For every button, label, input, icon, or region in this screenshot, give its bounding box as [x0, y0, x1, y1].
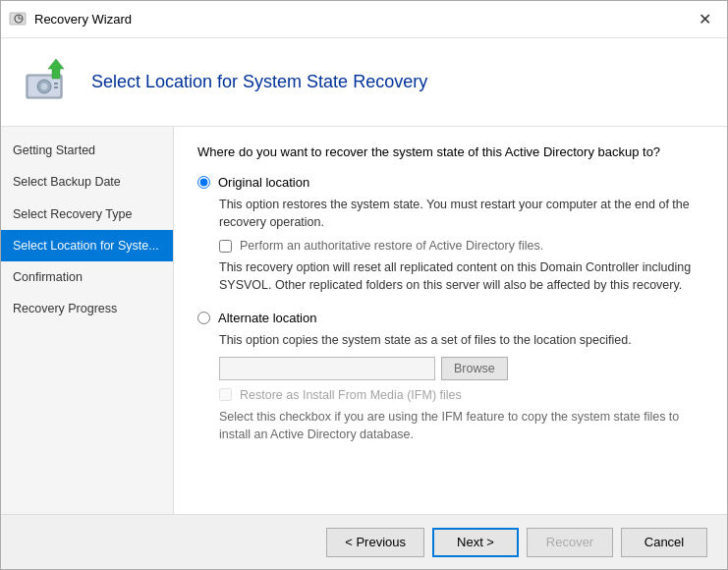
alternate-location-radio-label[interactable]: Alternate location — [197, 311, 703, 325]
sidebar: Getting Started Select Backup Date Selec… — [1, 127, 174, 514]
sidebar-item-getting-started[interactable]: Getting Started — [1, 135, 173, 166]
authoritative-restore-checkbox[interactable] — [219, 240, 232, 253]
sidebar-item-select-backup-date[interactable]: Select Backup Date — [1, 166, 173, 198]
header-icon — [21, 53, 76, 111]
main-panel: Where do you want to recover the system … — [174, 127, 727, 514]
alternate-location-desc: This option copies the system state as a… — [219, 331, 703, 349]
header-area: Select Location for System State Recover… — [1, 38, 727, 127]
original-location-desc: This option restores the system state. Y… — [219, 196, 703, 231]
authoritative-restore-label: Perform an authoritative restore of Acti… — [240, 239, 543, 253]
content-area: Getting Started Select Backup Date Selec… — [1, 127, 727, 514]
window-icon — [9, 10, 28, 29]
close-button[interactable]: ✕ — [690, 5, 719, 34]
sidebar-item-select-recovery-type[interactable]: Select Recovery Type — [1, 199, 173, 230]
recovery-wizard-window: Recovery Wizard ✕ Select Location for Sy… — [0, 0, 728, 570]
svg-point-5 — [41, 84, 48, 90]
ifm-checkbox[interactable] — [219, 388, 232, 401]
header-title: Select Location for System State Recover… — [91, 72, 427, 92]
svg-rect-6 — [54, 83, 58, 85]
title-bar: Recovery Wizard ✕ — [1, 1, 727, 38]
cancel-button[interactable]: Cancel — [621, 528, 707, 557]
authoritative-restore-checkbox-label[interactable]: Perform an authoritative restore of Acti… — [219, 239, 703, 253]
ifm-desc: Select this checkbox if you are using th… — [219, 408, 703, 443]
original-location-label: Original location — [218, 175, 309, 190]
original-location-option: Original location This option restores t… — [197, 175, 703, 295]
original-location-radio[interactable] — [197, 176, 210, 189]
previous-button[interactable]: < Previous — [326, 528, 424, 557]
sidebar-item-select-location[interactable]: Select Location for Syste... — [1, 230, 173, 261]
sidebar-item-recovery-progress[interactable]: Recovery Progress — [1, 293, 173, 324]
window-title: Recovery Wizard — [34, 12, 690, 27]
sidebar-item-confirmation[interactable]: Confirmation — [1, 261, 173, 293]
alternate-location-label: Alternate location — [218, 311, 316, 325]
alternate-location-option: Alternate location This option copies th… — [197, 311, 703, 443]
alternate-location-radio[interactable] — [197, 312, 210, 324]
original-location-radio-label[interactable]: Original location — [197, 175, 703, 190]
ifm-checkbox-label[interactable]: Restore as Install From Media (IFM) file… — [219, 388, 703, 402]
footer-area: < Previous Next > Recover Cancel — [1, 514, 727, 569]
ifm-label: Restore as Install From Media (IFM) file… — [240, 388, 462, 402]
alternate-location-input[interactable] — [219, 357, 435, 380]
browse-button[interactable]: Browse — [441, 357, 508, 380]
authoritative-restore-desc: This recovery option will reset all repl… — [219, 258, 703, 294]
next-button[interactable]: Next > — [432, 528, 519, 557]
recover-button[interactable]: Recover — [527, 528, 613, 557]
alternate-location-input-row: Browse — [219, 357, 703, 380]
main-question: Where do you want to recover the system … — [197, 144, 703, 159]
svg-rect-7 — [54, 86, 58, 88]
